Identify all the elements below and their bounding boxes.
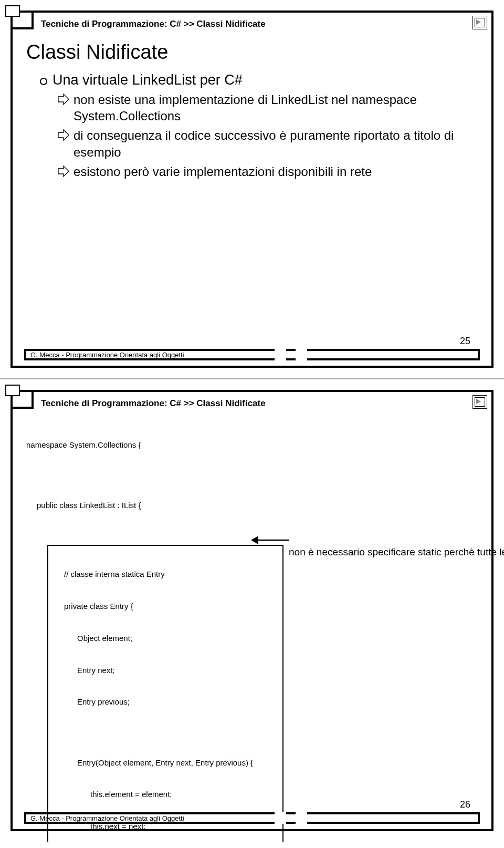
page-number: 26 xyxy=(460,799,470,810)
entry-class-box: // classe interna statica Entry private … xyxy=(47,545,284,842)
slide-frame: Tecniche di Programmazione: C# >> Classi… xyxy=(10,11,494,368)
slide-frame: Tecniche di Programmazione: C# >> Classi… xyxy=(10,390,494,831)
slide-26: Tecniche di Programmazione: C# >> Classi… xyxy=(0,379,504,842)
footer-bar: G. Mecca - Programmazione Orientata agli… xyxy=(24,349,480,360)
footer-text: G. Mecca - Programmazione Orientata agli… xyxy=(26,814,184,822)
corner-decoration-icon xyxy=(10,11,34,29)
arrow-right-icon xyxy=(58,129,69,141)
arrow-text: esistono però varie implementazioni disp… xyxy=(74,163,372,180)
code-block: namespace System.Collections { public cl… xyxy=(26,418,478,842)
code-line: // classe interna statica Entry xyxy=(64,569,279,580)
slide-25: Tecniche di Programmazione: C# >> Classi… xyxy=(0,0,504,378)
arrow-text: non esiste una implementazione di Linked… xyxy=(74,91,478,124)
code-line: namespace System.Collections { xyxy=(26,440,478,450)
code-line: public class LinkedList : IList { xyxy=(37,500,478,511)
play-icon xyxy=(472,395,487,409)
circle-bullet-icon xyxy=(40,78,47,85)
arrow-right-icon xyxy=(58,166,69,177)
arrow-text: di conseguenza il codice successivo è pu… xyxy=(74,127,478,160)
code-line: private class Entry { xyxy=(64,601,279,612)
footer-bar: G. Mecca - Programmazione Orientata agli… xyxy=(24,812,480,824)
page-number: 25 xyxy=(460,336,470,347)
play-icon xyxy=(472,16,487,29)
annotation-box: non è necessario specificare static perc… xyxy=(289,514,457,580)
code-line: Entry previous; xyxy=(77,697,279,707)
arrow-right-icon xyxy=(58,94,69,105)
breadcrumb: Tecniche di Programmazione: C# >> Classi… xyxy=(41,398,478,409)
code-line: Entry(Object element, Entry next, Entry … xyxy=(77,758,279,768)
code-line: Entry next; xyxy=(77,665,279,676)
svg-marker-1 xyxy=(251,536,258,544)
bullet-item: Una virtuale LinkedList per C# xyxy=(40,72,478,88)
arrow-item: non esiste una implementazione di Linked… xyxy=(58,91,478,124)
corner-decoration-icon xyxy=(10,390,34,409)
slide-title: Classi Nidificate xyxy=(26,41,478,64)
footer-text: G. Mecca - Programmazione Orientata agli… xyxy=(26,351,184,359)
arrow-item: di conseguenza il codice successivo è pu… xyxy=(58,127,478,160)
pointer-arrow-icon xyxy=(251,533,289,547)
breadcrumb: Tecniche di Programmazione: C# >> Classi… xyxy=(41,19,478,29)
annotation-text: non è necessario specificare static perc… xyxy=(289,546,457,559)
code-line: Object element; xyxy=(77,633,279,644)
slide-body: Una virtuale LinkedList per C# non esist… xyxy=(37,72,478,180)
bullet-text: Una virtuale LinkedList per C# xyxy=(52,72,243,88)
arrow-item: esistono però varie implementazioni disp… xyxy=(58,163,478,180)
code-line: this.element = element; xyxy=(90,789,279,800)
